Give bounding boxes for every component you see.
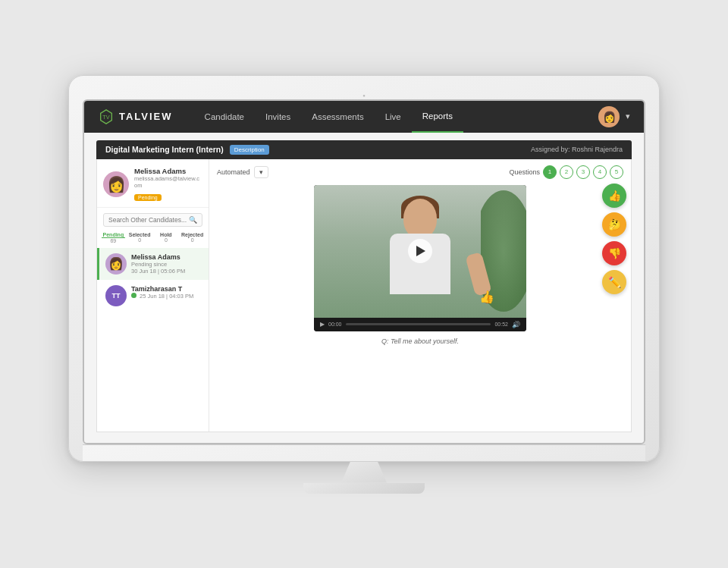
monitor-base: [303, 483, 425, 494]
tab-hold[interactable]: Hold 0: [155, 232, 178, 243]
video-progress-bar: ▶ 00:00 00:52 🔊: [314, 318, 526, 331]
reaction-buttons: 👍 🤔 👎 ✏️: [602, 184, 626, 294]
candidate-name-1: Tamizharasan T: [131, 285, 202, 293]
questions-label: Questions: [509, 168, 540, 176]
right-content: Automated ▾ Questions 1 2 3 4: [209, 159, 631, 431]
navbar-right: 👩 ▾: [598, 106, 630, 127]
question-num-1[interactable]: 1: [543, 165, 557, 179]
search-input[interactable]: [108, 216, 189, 224]
screen: TV TALVIEW Candidate Invites Assessments…: [83, 99, 645, 444]
candidate-card-1[interactable]: TT Tamizharasan T 25 Jun 18 | 04:03 PM: [97, 280, 209, 312]
candidate-status-0: Pending since 30 Jun 18 | 05:06 PM: [131, 261, 202, 275]
job-header: Digital Marketing Intern (Intern) Descri…: [96, 140, 632, 159]
reaction-thinking[interactable]: 🤔: [602, 212, 626, 237]
question-num-2[interactable]: 2: [560, 165, 573, 179]
left-sidebar: 👩 Melissa Adams melissa.adams@talview.co…: [97, 159, 209, 431]
reaction-thumbs-down[interactable]: 👎: [602, 241, 626, 265]
talview-hex-icon: TV: [98, 108, 115, 125]
candidate-avatar-0: 👩: [105, 253, 127, 275]
questions-nav: Questions 1 2 3 4 5: [509, 165, 623, 179]
candidate-time-1: 25 Jun 18 | 04:03 PM: [140, 293, 193, 300]
monitor-chin: [83, 444, 645, 461]
navbar: TV TALVIEW Candidate Invites Assessments…: [84, 101, 644, 133]
current-time: 00:00: [328, 322, 342, 327]
tab-pending[interactable]: Pending 69: [102, 232, 125, 243]
right-top-bar: Automated ▾ Questions 1 2 3 4: [217, 165, 623, 179]
reaction-edit[interactable]: ✏️: [602, 270, 626, 294]
video-section: 👍 ▶ 00:00: [314, 185, 526, 345]
play-triangle-icon: [416, 246, 425, 256]
dropdown-arrow: ▾: [259, 168, 263, 176]
candidate-status-1: 25 Jun 18 | 04:03 PM: [131, 293, 202, 300]
candidate-details-0: Melissa Adams Pending since 30 Jun 18 | …: [131, 253, 202, 275]
thumbs-up-hand: 👍: [479, 290, 494, 304]
candidate-card-0[interactable]: 👩 Melissa Adams Pending since 30 Jun 18 …: [97, 248, 209, 280]
candidate-initials-1: TT: [112, 292, 121, 300]
current-candidate-status: Pending: [134, 194, 162, 201]
tab-selected[interactable]: Selected 0: [128, 232, 152, 243]
filter-label: Automated: [217, 168, 250, 176]
filter-selector: Automated ▾: [217, 166, 268, 178]
volume-icon[interactable]: 🔊: [512, 321, 520, 328]
play-icon-small[interactable]: ▶: [320, 321, 325, 328]
candidate-profile: 👩 Melissa Adams melissa.adams@talview.co…: [97, 159, 209, 208]
nav-invites[interactable]: Invites: [255, 101, 301, 133]
video-container: 👍 ▶ 00:00: [314, 185, 526, 331]
description-badge[interactable]: Description: [230, 145, 269, 155]
monitor-outer: ● TV TALVIEW Candidate Invites Assessmen…: [68, 75, 660, 462]
search-box[interactable]: 🔍: [103, 213, 202, 227]
play-button[interactable]: [408, 239, 432, 263]
svg-text:TV: TV: [102, 113, 109, 120]
status-tabs: Pending 69 Selected 0 Hold 0: [97, 232, 209, 243]
nav-candidate[interactable]: Candidate: [194, 101, 255, 133]
status-dot-1: [131, 293, 136, 298]
monitor-neck: [341, 462, 387, 483]
filter-dropdown[interactable]: ▾: [254, 166, 268, 178]
video-row: 👍 ▶ 00:00: [217, 185, 623, 345]
content-area: Digital Marketing Intern (Intern) Descri…: [84, 133, 644, 443]
current-candidate-name: Melissa Adams: [134, 167, 202, 175]
person-head: [403, 199, 437, 238]
job-title: Digital Marketing Intern (Intern): [105, 145, 224, 154]
question-text: Q: Tell me about yourself.: [314, 337, 526, 345]
search-icon: 🔍: [189, 216, 197, 224]
candidate-time-0: 30 Jun 18 | 05:06 PM: [131, 268, 185, 275]
candidate-details-1: Tamizharasan T 25 Jun 18 | 04:03 PM: [131, 285, 202, 300]
candidate-avatar-1: TT: [105, 285, 127, 306]
tab-rejected[interactable]: Rejected 0: [180, 232, 204, 243]
reaction-thumbs-up[interactable]: 👍: [602, 184, 626, 208]
current-candidate-info: Melissa Adams melissa.adams@talview.com …: [134, 167, 202, 202]
main-layout: 👩 Melissa Adams melissa.adams@talview.co…: [96, 159, 632, 432]
video-frame: 👍: [314, 185, 526, 318]
nav-assessments[interactable]: Assessments: [301, 101, 374, 133]
question-num-5[interactable]: 5: [610, 165, 623, 179]
nav-links: Candidate Invites Assessments Live Repor…: [194, 101, 598, 133]
nav-reports[interactable]: Reports: [412, 101, 463, 133]
nav-live[interactable]: Live: [375, 101, 412, 133]
question-num-4[interactable]: 4: [593, 165, 607, 179]
brand-name: TALVIEW: [119, 111, 173, 122]
monitor-wrapper: ● TV TALVIEW Candidate Invites Assessmen…: [68, 75, 660, 494]
current-candidate-email: melissa.adams@talview.com: [134, 175, 202, 189]
candidate-name-0: Melissa Adams: [131, 253, 202, 261]
brand-logo: TV TALVIEW: [98, 108, 173, 125]
user-menu-arrow[interactable]: ▾: [626, 111, 630, 121]
assigned-text: Assigned by: Roshni Rajendra: [531, 146, 623, 153]
camera-dot: ●: [83, 89, 645, 99]
question-num-3[interactable]: 3: [576, 165, 590, 179]
current-candidate-avatar: 👩: [103, 171, 129, 197]
progress-track[interactable]: [346, 323, 491, 325]
total-time: 00:52: [494, 322, 508, 327]
user-avatar[interactable]: 👩: [598, 106, 620, 127]
